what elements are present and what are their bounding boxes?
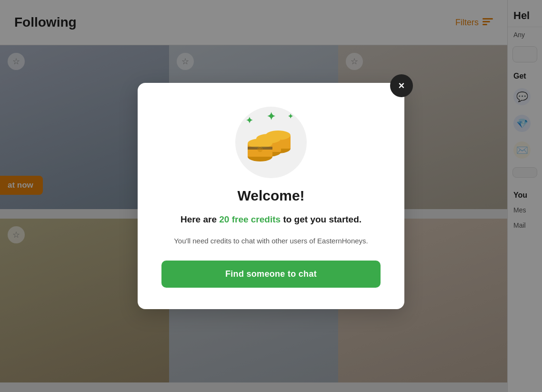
coins-svg: © © © xyxy=(245,121,297,164)
svg-text:©: © xyxy=(258,146,263,153)
modal-overlay: × ✦ ✦ ✦ © © xyxy=(0,0,542,392)
modal-subtitle-after: to get you started. xyxy=(281,214,361,224)
coins-illustration: ✦ ✦ ✦ © © © xyxy=(235,107,307,178)
sparkle-icon-2: ✦ xyxy=(288,112,293,120)
sparkle-icon-1: ✦ xyxy=(246,115,253,126)
modal-subtitle-before: Here are xyxy=(181,214,219,224)
modal-subtitle: Here are 20 free credits to get you star… xyxy=(181,213,361,226)
modal-credits-highlight: 20 free credits xyxy=(219,214,281,224)
modal-title: Welcome! xyxy=(237,188,304,204)
welcome-modal: × ✦ ✦ ✦ © © xyxy=(138,83,404,309)
modal-close-button[interactable]: × xyxy=(390,74,413,97)
modal-description: You'll need credits to chat with other u… xyxy=(174,236,368,247)
find-someone-button[interactable]: Find someone to chat xyxy=(161,261,381,288)
sparkle-icon-3: ✦ xyxy=(267,111,275,123)
